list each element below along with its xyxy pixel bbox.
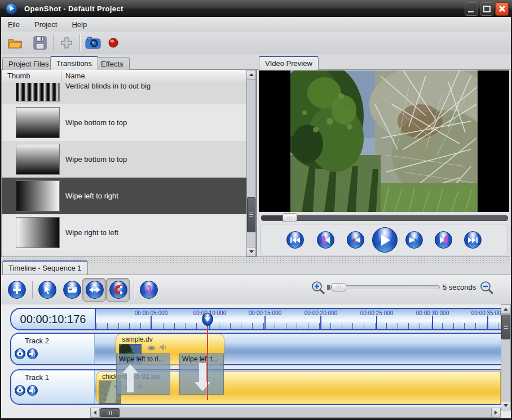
seek-handle[interactable] [283,213,297,222]
column-thumb[interactable]: Thumb [7,72,30,80]
timeline-scroll-right[interactable] [491,408,501,418]
add-file-icon [60,36,73,50]
wipe-bottom-to-top-thumb [16,144,60,175]
video-still-image [290,70,478,212]
playhead-line [207,317,208,400]
seek-bar[interactable] [261,215,508,221]
select-tool-button[interactable] [38,281,56,299]
track-2-visibility-button[interactable] [15,348,25,359]
list-scroll-up[interactable] [246,70,256,79]
timeline-scroll-down[interactable] [501,401,511,410]
timeline-transition-1[interactable]: Wipe left to ri... [116,353,170,395]
ruler-major-tick [487,316,488,329]
save-project-button[interactable] [32,34,48,51]
ruler-scale[interactable]: 00:00:05:000 00:00:10:000 00:00:15:000 0… [96,309,501,329]
open-project-button[interactable] [7,34,24,51]
transition-row[interactable]: Vertical blinds in to out big [2,83,246,104]
tab-timeline[interactable]: Timeline - Sequence 1 [2,260,88,275]
track-1-audio-button[interactable] [27,385,38,396]
timeline-transition-2[interactable]: Wipe left t... [179,353,224,395]
speaker-icon[interactable] [159,343,167,351]
toolbar-separator [134,281,134,299]
timeline-scroll-up[interactable] [501,304,511,314]
transition-row[interactable]: Wipe bottom to top [2,141,246,178]
timeline-hscroll-thumb[interactable] [100,408,120,417]
chevron-up-icon [249,73,254,76]
next-marker-icon [439,236,448,245]
snap-magnet-icon [114,285,123,294]
fast-forward-button[interactable] [405,231,423,249]
transition-row[interactable]: Wipe right to left [2,214,246,251]
capture-screenshot-button[interactable] [85,34,101,51]
list-scroll-down[interactable] [246,247,256,257]
transition-name: Wipe bottom to top [65,141,127,178]
minimize-button[interactable] [465,2,478,16]
resize-tool-icon [89,286,100,293]
add-track-button[interactable] [8,281,26,299]
add-file-button[interactable] [58,34,75,51]
tab-project-files[interactable]: Project Files [2,57,55,70]
ruler-major-tick [376,316,377,329]
tab-effects-label: Effects [101,60,123,68]
next-marker-button[interactable] [435,231,452,249]
menu-help[interactable]: Help [72,20,87,29]
chevron-right-icon [495,410,497,415]
timeline-toolbar: 5 seconds [1,275,511,305]
transition-row[interactable]: Wipe bottom to top [2,104,246,141]
zoom-in-button[interactable] [311,280,325,295]
close-button[interactable] [495,2,509,16]
grip-icon [108,411,113,415]
zoom-slider-handle[interactable] [332,283,346,291]
zoom-slider[interactable] [331,285,440,289]
vertical-blinds-thumb [16,83,60,101]
add-marker-button[interactable] [140,281,158,299]
track-1-header: Track 1 [11,370,95,404]
column-name[interactable]: Name [65,72,85,80]
rewind-button[interactable] [347,231,364,249]
skip-to-start-button[interactable] [286,231,304,249]
eye-icon [16,351,24,356]
ruler-major-tick [151,316,152,329]
column-separator[interactable] [61,71,61,82]
resize-tool-button[interactable] [86,281,104,299]
timeline-ruler[interactable]: 00:00:10:176 00:00:05:000 00:00:10:000 0… [10,308,501,330]
zoom-out-button[interactable] [479,280,494,295]
transition-name: Wipe left to right [65,178,118,214]
track-1-name: Track 1 [25,373,49,382]
previous-marker-button[interactable] [317,231,334,249]
video-preview-panel [257,69,510,257]
track-2-audio-button[interactable] [27,348,38,359]
grip-icon [504,325,508,330]
transition-name: Wipe bottom to top [65,104,127,141]
eye-icon[interactable] [147,346,156,351]
razor-tool-button[interactable] [63,281,81,299]
ruler-minor-ticks [96,323,501,329]
select-tool-icon [43,285,51,294]
playback-controls [260,224,508,255]
menu-project[interactable]: Project [34,20,57,29]
tab-video-preview[interactable]: VIdeo Preview [259,56,319,70]
skip-to-end-button[interactable] [464,231,482,249]
track-1-visibility-button[interactable] [15,385,25,396]
timeline-canvas[interactable]: 00:00:10:176 00:00:05:000 00:00:10:000 0… [1,304,501,407]
tab-effects[interactable]: Effects [95,57,130,70]
snap-magnet-button[interactable] [109,281,127,299]
transition-row-selected[interactable]: Wipe left to right [2,178,246,214]
maximize-button[interactable] [480,2,493,16]
fast-forward-icon [409,237,419,244]
main-toolbar [1,32,511,54]
record-button[interactable] [105,34,122,51]
timeline-vscroll-thumb[interactable] [501,315,510,339]
play-button[interactable] [372,227,398,253]
wipe-right-to-left-thumb [16,217,60,248]
timeline-scroll-left[interactable] [90,408,100,418]
capture-screenshot-icon [85,37,101,49]
tab-project-files-label: Project Files [8,60,49,68]
list-scroll-thumb[interactable] [247,197,255,232]
tab-transitions[interactable]: Transitions [50,56,98,70]
toolbar-separator [80,34,80,51]
track-2[interactable]: Track 2 [10,333,501,365]
menu-file[interactable]: File [8,20,20,29]
timeline-hscrollbar[interactable] [90,408,501,418]
window-border [0,17,1,420]
